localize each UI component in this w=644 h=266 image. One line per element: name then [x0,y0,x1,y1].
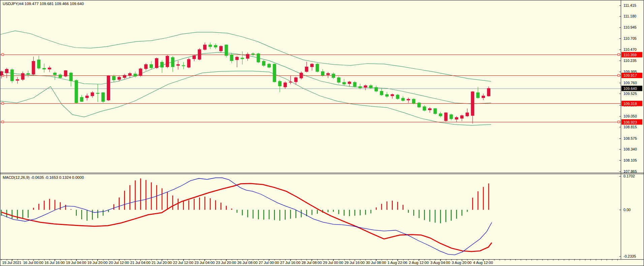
time-tick-label: 21 Jul 20:00 [152,261,172,265]
candle [166,55,169,68]
time-tick-label: 28 Jul 08:00 [301,261,322,265]
time-tick-label: 23 Jul 20:00 [216,261,236,265]
level-line-handle[interactable] [618,74,620,76]
level-price-badge-text: 110.359 [623,53,637,57]
time-tick-label: 16 Jul 16:00 [44,261,65,265]
time-tick-label: 16 Jul 00:00 [23,261,43,265]
price-tick-label: 110.945 [623,25,637,29]
candle [396,94,399,100]
level-price-badge: 108.923 [621,119,642,125]
time-tick-label: 19 Jul 04:00 [66,261,86,265]
macd-tick-label: 0.00 [623,208,631,212]
time-tick-label: 1 Aug 22:06 [387,261,407,265]
price-tick-label: 108.340 [623,147,637,151]
level-line-handle[interactable] [2,54,4,56]
time-tick-label: 23 Jul 04:00 [194,261,215,265]
candle [418,102,421,108]
price-tick-label: 108.105 [623,158,637,162]
level-price-badge: 109.917 [621,73,642,78]
macd-pane[interactable] [0,174,621,259]
level-price-badge: 110.359 [621,52,642,57]
level-line-handle[interactable] [618,121,620,123]
price-tick-label: 110.470 [623,47,637,52]
price-chart-svg: 111.415111.180110.945110.705110.470110.2… [0,0,644,266]
time-tick-label: 21 Jul 04:00 [130,261,151,265]
bid-price-badge: 109.640 [621,86,642,91]
candle [75,79,78,103]
price-tick-label: 109.050 [623,114,637,118]
candle [316,63,319,72]
chart-window: 111.415111.180110.945110.705110.470110.2… [0,0,644,266]
candle [444,112,447,122]
time-tick-label: 4 Aug 12:00 [473,261,493,265]
candle [155,58,158,69]
time-tick-label: 29 Jul 16:00 [345,261,365,265]
candle [187,58,190,68]
time-tick-label: 22 Jul 12:00 [173,261,193,265]
symbol-ohlc-title: USDJPY,H4 109.477 109.681 109.466 109.64… [3,2,84,6]
time-tick-label: 19 Jul 20:00 [87,261,107,265]
candle [268,63,271,68]
time-tick-label: 2 Aug 12:00 [409,261,429,265]
time-tick-label: 15 Jul 2021 [2,261,22,265]
candle [10,68,13,84]
price-tick-label: 110.235 [623,59,637,63]
price-tick-label: 109.760 [623,81,637,85]
time-tick-label: 3 Aug 20:00 [452,261,472,265]
candle [433,108,437,114]
level-price-badge: 109.318 [621,101,642,106]
time-tick-label: 27 Jul 16:00 [280,261,300,265]
price-tick-label: 111.415 [623,3,636,7]
time-tick-label: 3 Aug 04:00 [430,261,450,265]
candle [64,70,67,77]
level-price-badge-text: 109.318 [623,102,637,106]
price-tick-label: 108.575 [623,136,637,140]
level-line-handle[interactable] [2,121,4,123]
candle [257,53,260,63]
bid-price-badge-text: 109.640 [623,87,637,91]
candle [225,44,228,58]
main-pane[interactable] [0,0,621,173]
candle [139,68,142,76]
price-tick-label: 111.180 [623,14,636,18]
level-line-handle[interactable] [618,54,620,56]
level-price-badge-text: 109.917 [623,73,637,77]
candle [102,92,105,103]
macd-tick-label: 0.1702 [623,174,635,178]
macd-tick-label: -0.2335 [623,254,636,258]
price-tick-label: 109.525 [623,92,637,96]
time-tick-label: 29 Jul 00:00 [323,261,343,265]
time-tick-label: 30 Jul 08:00 [366,261,386,265]
time-tick-label: 27 Jul 00:00 [259,261,279,265]
level-price-badge-text: 108.923 [623,120,637,124]
candle [107,75,110,101]
price-tick-label: 110.705 [623,36,637,40]
candle [198,48,201,60]
candle [273,64,276,82]
time-tick-label: 20 Jul 12:00 [109,261,129,265]
time-tick-label: 26 Jul 08:00 [237,261,258,265]
price-tick-label: 108.815 [623,125,637,129]
candle [412,98,415,104]
level-line-handle[interactable] [2,102,4,104]
macd-label: MACD(12,26,9) -0.0635 -0.1653 0.1324 0.0… [3,175,84,179]
